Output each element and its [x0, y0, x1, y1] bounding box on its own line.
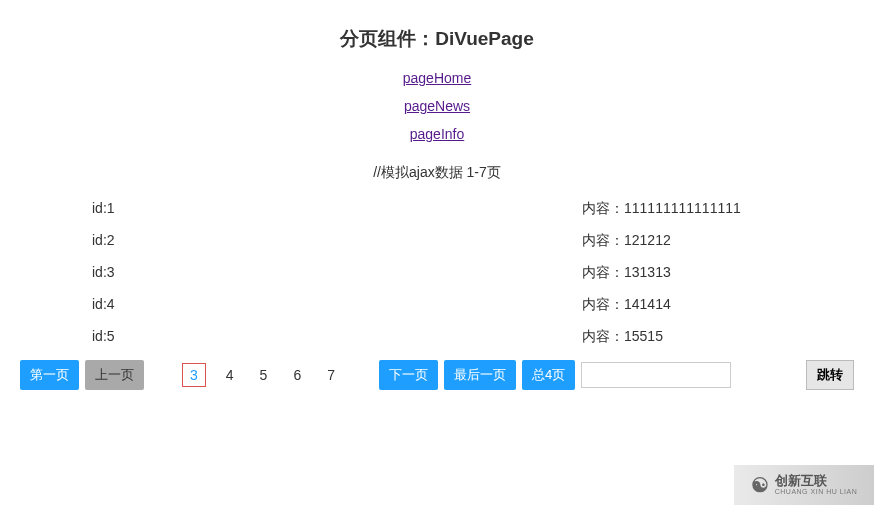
- ajax-data-label: //模拟ajax数据 1-7页: [20, 164, 854, 182]
- row-id: id:5: [92, 328, 142, 346]
- row-content: 内容：15515: [582, 328, 782, 346]
- page-numbers: 3 4 5 6 7: [182, 363, 341, 387]
- watermark-en: CHUANG XIN HU LIAN: [775, 488, 858, 496]
- last-page-button[interactable]: 最后一页: [444, 360, 516, 390]
- list-item: id:2 内容：121212: [92, 232, 782, 250]
- list-item: id:3 内容：131313: [92, 264, 782, 282]
- page-number[interactable]: 7: [321, 363, 341, 387]
- row-content: 内容：111111111111111: [582, 200, 782, 218]
- page-number[interactable]: 5: [254, 363, 274, 387]
- page-number[interactable]: 3: [182, 363, 206, 387]
- row-id: id:2: [92, 232, 142, 250]
- page-number[interactable]: 6: [287, 363, 307, 387]
- row-content: 内容：131313: [582, 264, 782, 282]
- data-list: id:1 内容：111111111111111 id:2 内容：121212 i…: [20, 200, 854, 346]
- list-item: id:4 内容：141414: [92, 296, 782, 314]
- jump-page-input[interactable]: [581, 362, 731, 388]
- prev-page-button[interactable]: 上一页: [85, 360, 144, 390]
- row-content: 内容：141414: [582, 296, 782, 314]
- total-pages-label: 总4页: [522, 360, 575, 390]
- list-item: id:5 内容：15515: [92, 328, 782, 346]
- jump-button[interactable]: 跳转: [806, 360, 854, 390]
- nav-links: pageHome pageNews pageInfo: [20, 70, 854, 142]
- first-page-button[interactable]: 第一页: [20, 360, 79, 390]
- link-pagehome[interactable]: pageHome: [403, 70, 472, 86]
- row-id: id:1: [92, 200, 142, 218]
- logo-icon: ☯: [751, 473, 769, 497]
- list-item: id:1 内容：111111111111111: [92, 200, 782, 218]
- row-id: id:3: [92, 264, 142, 282]
- row-id: id:4: [92, 296, 142, 314]
- link-pagenews[interactable]: pageNews: [404, 98, 470, 114]
- page-number[interactable]: 4: [220, 363, 240, 387]
- watermark-cn: 创新互联: [775, 474, 858, 488]
- pagination-bar: 第一页 上一页 3 4 5 6 7 下一页 最后一页 总4页 跳转: [0, 360, 874, 390]
- link-pageinfo[interactable]: pageInfo: [410, 126, 465, 142]
- next-page-button[interactable]: 下一页: [379, 360, 438, 390]
- page-title: 分页组件：DiVuePage: [20, 26, 854, 52]
- watermark-logo: ☯ 创新互联 CHUANG XIN HU LIAN: [734, 465, 874, 505]
- row-content: 内容：121212: [582, 232, 782, 250]
